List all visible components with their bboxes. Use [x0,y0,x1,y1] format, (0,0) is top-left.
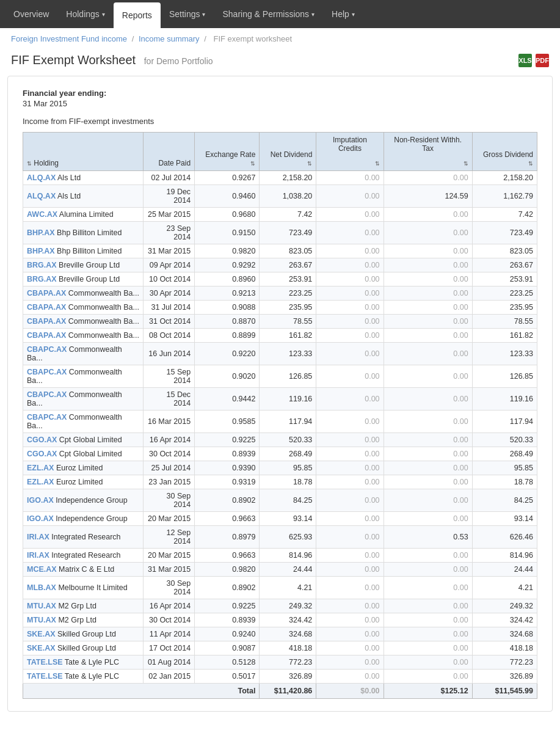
cell-date: 20 Mar 2015 [144,549,195,563]
cell-date: 16 Apr 2014 [144,433,195,447]
nav-settings[interactable]: Settings▾ [161,0,214,28]
company: Commonwealth Ba... [68,289,139,297]
cell-holding: MTU.AX M2 Grp Ltd [23,613,144,627]
cell-imp: 0.00 [316,627,384,641]
export-pdf-button[interactable]: PDF [536,54,549,67]
ticker: IGO.AX [27,514,54,523]
cell-nr: 0.00 [384,329,472,343]
nav-overview[interactable]: Overview [5,0,57,28]
breadcrumb-current: FIF exempt worksheet [213,34,292,43]
cell-nr: 0.00 [384,343,472,365]
company: Cpt Global Limited [59,436,122,444]
total-nr: $125.12 [384,684,472,699]
col-header-gross[interactable]: Gross Dividend ⇅ [472,133,537,171]
table-row: BRG.AX Breville Group Ltd 09 Apr 2014 0.… [23,258,537,272]
col-header-nr-bot[interactable]: ⇅ [384,156,472,171]
cell-gross: 24.44 [472,563,537,577]
cell-holding: CGO.AX Cpt Global Limited [23,433,144,447]
cell-holding: CBAPA.AX Commonwealth Ba... [23,329,144,343]
total-gross: $11,545.99 [472,684,537,699]
nav-help[interactable]: Help▾ [323,0,363,28]
col-header-date[interactable]: Date Paid [144,133,195,171]
cell-rate: 0.9225 [195,433,260,447]
cell-nr: 0.00 [384,461,472,475]
total-label: Total [23,684,260,699]
cell-date: 17 Oct 2014 [144,641,195,655]
cell-imp: 0.00 [316,613,384,627]
ticker: EZL.AX [27,464,54,472]
ticker: CBAPC.AX [27,345,67,354]
cell-gross: 4.21 [472,577,537,599]
cell-net: 117.94 [260,411,316,433]
col-header-rate[interactable]: Exchange Rate ⇅ [195,133,260,171]
company: Als Ltd [57,173,81,182]
cell-rate: 0.9213 [195,287,260,301]
cell-imp: 0.00 [316,301,384,315]
company: Commonwealth Ba... [68,317,139,326]
cell-holding: CBAPA.AX Commonwealth Ba... [23,287,144,301]
cell-rate: 0.8870 [195,315,260,329]
cell-imp: 0.00 [316,388,384,411]
breadcrumb-link-fif[interactable]: Foreign Investment Fund income [11,34,127,43]
col-header-imp-bot[interactable]: ⇅ [316,156,384,171]
cell-date: 16 Jun 2014 [144,343,195,365]
col-header-holding[interactable]: ⇅ Holding [23,133,144,171]
nav-holdings[interactable]: Holdings▾ [57,0,113,28]
col-header-net[interactable]: Net Dividend ⇅ [260,133,316,171]
cell-holding: BHP.AX Bhp Billiton Limited [23,244,144,258]
cell-date: 01 Aug 2014 [144,655,195,670]
sort-gross-icon: ⇅ [528,161,533,167]
cell-gross: 2,158.20 [472,171,537,185]
cell-holding: IRI.AX Integrated Research [23,549,144,563]
cell-holding: BRG.AX Breville Group Ltd [23,258,144,272]
cell-date: 30 Oct 2014 [144,613,195,627]
ticker: IRI.AX [27,533,49,541]
cell-net: 223.25 [260,287,316,301]
cell-nr: 124.59 [384,185,472,208]
cell-date: 30 Apr 2014 [144,287,195,301]
cell-gross: 263.67 [472,258,537,272]
cell-gross: 1,162.79 [472,185,537,208]
cell-nr: 0.00 [384,670,472,684]
ticker: TATE.LSE [27,672,63,681]
cell-gross: 18.78 [472,475,537,489]
cell-imp: 0.00 [316,185,384,208]
nav-sharing[interactable]: Sharing & Permissions▾ [214,0,323,28]
cell-gross: 123.33 [472,343,537,365]
cell-date: 31 Mar 2015 [144,563,195,577]
ticker: CBAPA.AX [27,317,66,326]
nav-reports[interactable]: Reports [114,2,161,28]
cell-gross: 326.89 [472,670,537,684]
cell-imp: 0.00 [316,526,384,549]
cell-net: 126.85 [260,365,316,388]
company: Matrix C & E Ltd [59,565,114,574]
cell-gross: 161.82 [472,329,537,343]
cell-imp: 0.00 [316,563,384,577]
ticker: SKE.AX [27,630,56,638]
table-row: CBAPA.AX Commonwealth Ba... 08 Oct 2014 … [23,329,537,343]
cell-nr: 0.00 [384,563,472,577]
company: Integrated Research [51,551,120,560]
cell-rate: 0.9680 [195,208,260,222]
sort-imp-icon: ⇅ [375,161,380,167]
cell-date: 09 Apr 2014 [144,258,195,272]
cell-net: 7.42 [260,208,316,222]
cell-nr: 0.00 [384,222,472,244]
ticker: TATE.LSE [27,658,63,666]
breadcrumb-link-income[interactable]: Income summary [139,34,200,43]
ticker: CGO.AX [27,450,57,458]
cell-nr: 0.00 [384,272,472,287]
cell-rate: 0.9087 [195,641,260,655]
company: Bhp Billiton Limited [57,228,122,237]
cell-net: 249.32 [260,599,316,613]
export-xlsx-button[interactable]: XLS [518,54,532,67]
cell-holding: MLB.AX Melbourne It Limited [23,577,144,599]
table-row: CBAPA.AX Commonwealth Ba... 31 Jul 2014 … [23,301,537,315]
ticker: EZL.AX [27,478,54,486]
cell-holding: CGO.AX Cpt Global Limited [23,447,144,461]
cell-net: 84.25 [260,489,316,512]
company: Euroz Limited [56,464,103,472]
cell-date: 12 Sep 2014 [144,526,195,549]
cell-gross: 249.32 [472,599,537,613]
cell-net: 93.14 [260,512,316,526]
